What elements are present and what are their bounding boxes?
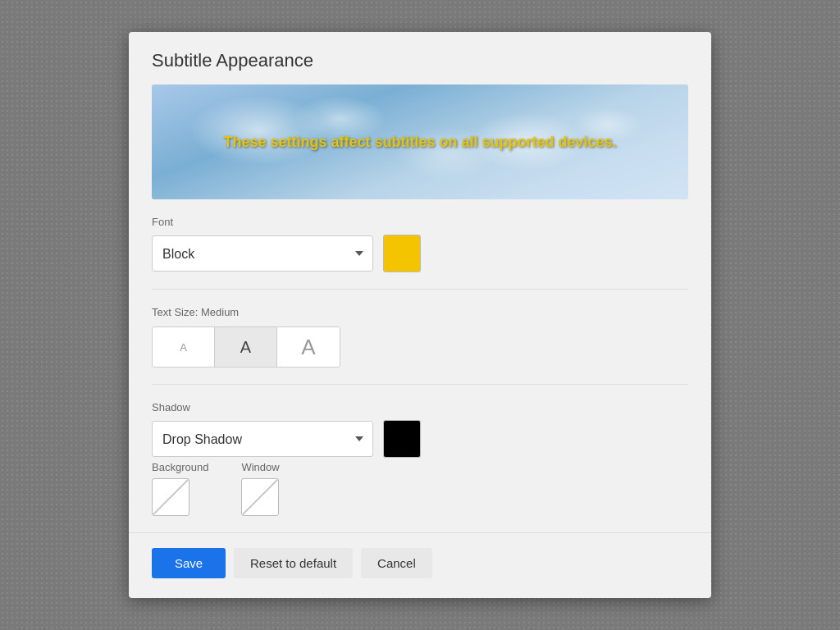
text-size-medium-button[interactable]: A [215,327,277,367]
preview-area: These settings affect subtitles on all s… [152,84,688,199]
window-group: Window [241,461,279,516]
shadow-select-wrapper: Drop Shadow None Raised Depressed Unifor… [152,421,373,457]
background-color-swatch[interactable] [152,478,189,516]
font-color-swatch[interactable] [383,235,421,272]
background-group: Background [152,461,208,516]
text-size-large-icon: A [301,335,315,360]
text-size-medium-icon: A [240,338,251,357]
footer-divider [129,532,711,533]
text-size-buttons: A A A [152,326,340,368]
font-select-wrapper: Block Arial Times New Roman Courier [152,235,373,272]
shadow-row: Drop Shadow None Raised Depressed Unifor… [152,420,688,458]
shadow-color-swatch[interactable] [383,420,421,458]
text-size-small-icon: A [180,341,187,354]
text-size-small-button[interactable]: A [153,327,215,367]
subtitle-appearance-dialog: Subtitle Appearance These settings affec… [129,32,711,598]
font-select[interactable]: Block Arial Times New Roman Courier [152,235,373,272]
cancel-button[interactable]: Cancel [361,548,432,578]
save-button[interactable]: Save [152,548,226,578]
preview-text: These settings affect subtitles on all s… [223,134,616,151]
window-label: Window [241,461,279,473]
shadow-section-label: Shadow [152,401,688,413]
font-row: Block Arial Times New Roman Courier [152,235,688,272]
background-label: Background [152,461,208,473]
dialog-title: Subtitle Appearance [129,32,711,84]
font-section-label: Font [152,216,688,228]
shadow-select[interactable]: Drop Shadow None Raised Depressed Unifor… [152,421,373,457]
text-size-label: Text Size: Medium [152,306,688,318]
divider-1 [152,289,688,290]
reset-button[interactable]: Reset to default [234,548,353,578]
text-size-large-button[interactable]: A [277,327,340,367]
divider-2 [152,384,688,385]
window-color-swatch[interactable] [241,478,279,516]
footer-buttons: Save Reset to default Cancel [129,548,711,578]
bg-window-row: Background Window [152,461,688,516]
